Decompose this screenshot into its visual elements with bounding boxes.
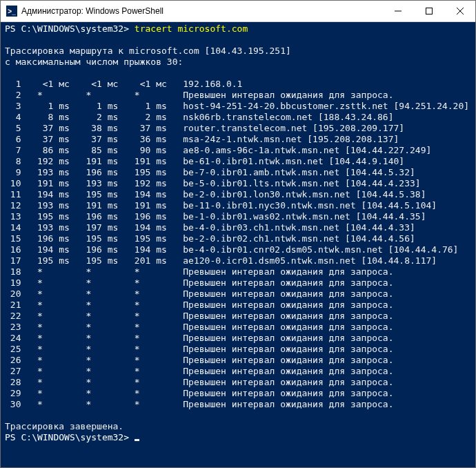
command-text: tracert microsoft.com (135, 23, 248, 34)
svg-rect-1 (426, 8, 432, 14)
minimize-button[interactable] (382, 1, 413, 21)
trace-header-1: Трассировка маршрута к microsoft.com [10… (5, 46, 291, 56)
window-title: Администратор: Windows PowerShell (21, 6, 382, 16)
titlebar[interactable]: >_ Администратор: Windows PowerShell (1, 1, 475, 22)
console-output[interactable]: PS C:\WINDOWS\system32> tracert microsof… (1, 22, 475, 467)
powershell-window: >_ Администратор: Windows PowerShell PS … (0, 0, 476, 468)
prompt-line: PS C:\WINDOWS\system32> (5, 432, 135, 442)
prompt-line: PS C:\WINDOWS\system32> (5, 23, 135, 34)
maximize-button[interactable] (413, 1, 444, 21)
tracert-hops: 1 <1 мс <1 мс <1 мс 192.168.0.1 2 * * * … (5, 79, 469, 409)
trace-header-2: с максимальным числом прыжков 30: (5, 57, 183, 67)
cursor (135, 439, 139, 441)
close-button[interactable] (444, 1, 475, 21)
trace-footer: Трассировка завершена. (5, 421, 123, 431)
powershell-icon: >_ (6, 6, 17, 17)
